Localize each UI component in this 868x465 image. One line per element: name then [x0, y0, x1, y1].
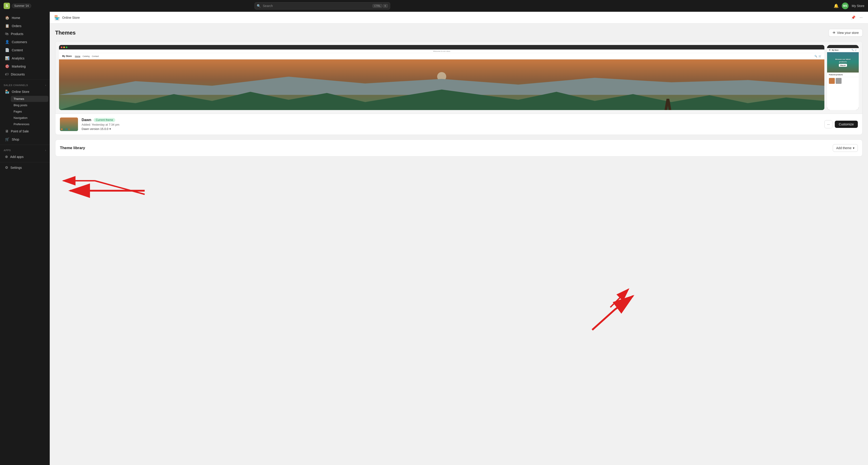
brand-logo[interactable]: S Summer '24 — [4, 3, 31, 9]
store-nav-contact: Contact — [92, 55, 99, 57]
online-store-icon: 🏪 — [5, 90, 9, 94]
theme-thumbnail — [60, 118, 78, 131]
sidebar-label-point-of-sale: Point of Sale — [11, 130, 29, 133]
mockup-titlebar — [59, 45, 825, 49]
sidebar-divider-2 — [0, 144, 50, 145]
theme-version-text: Dawn version 15.0.0 — [82, 127, 108, 131]
apps-label: Apps › — [0, 146, 50, 153]
mobile-brand: My Store — [832, 49, 850, 51]
page-header-store-icon: 🏪 — [54, 15, 60, 20]
sidebar-item-products[interactable]: 🛍 Products — [1, 30, 49, 38]
notifications-icon[interactable]: 🔔 — [834, 3, 839, 8]
sidebar-label-navigation: Navigation — [13, 116, 27, 120]
theme-version[interactable]: Dawn version 15.0.0 ▾ — [82, 127, 825, 131]
current-theme-card: Welcome to our store My Store Home Catal… — [55, 41, 863, 135]
theme-more-actions-button[interactable]: ··· — [825, 120, 833, 128]
mobile-hamburger-icon: ☰ — [829, 49, 831, 51]
username: My Store — [852, 4, 864, 8]
mobile-nav: ☰ My Store 🔍 🛒 — [827, 48, 859, 52]
products-icon: 🛍 — [5, 32, 8, 36]
current-theme-badge: Current theme — [94, 118, 116, 122]
marketing-icon: 🎯 — [5, 64, 9, 68]
home-icon: 🏠 — [5, 15, 9, 20]
sidebar-item-shop[interactable]: 🛒 Shop — [1, 135, 49, 143]
sidebar-label-orders: Orders — [12, 24, 22, 28]
sidebar-label-marketing: Marketing — [12, 65, 26, 68]
sidebar-item-analytics[interactable]: 📊 Analytics — [1, 54, 49, 62]
store-nav-links: Home Catalog Contact — [75, 55, 811, 57]
mobile-search-icon: 🔍 — [851, 49, 854, 51]
theme-meta: Dawn Current theme Added: Yesterday at 7… — [82, 118, 825, 131]
page-content-area: Themes 👁 View your store — [50, 24, 868, 162]
add-apps-icon: ⊕ — [5, 155, 8, 159]
add-theme-button[interactable]: Add theme ▾ — [833, 144, 858, 152]
sidebar-divider-1 — [0, 79, 50, 80]
theme-info-row: Dawn Current theme Added: Yesterday at 7… — [55, 114, 862, 135]
mobile-cart-icon: 🛒 — [855, 49, 857, 51]
sidebar: 🏠 Home 📋 Orders 🛍 Products 👤 Customers 📄… — [0, 12, 50, 465]
sidebar-item-online-store[interactable]: 🏪 Online Store — [1, 88, 49, 96]
sidebar-label-settings: Settings — [10, 166, 22, 169]
hero-background — [59, 59, 825, 110]
page-header-title: Online Store — [62, 16, 80, 20]
store-nav: My Store Home Catalog Contact 🔍 🛒 — [59, 53, 825, 59]
shop-icon: 🛒 — [5, 137, 9, 141]
sidebar-item-marketing[interactable]: 🎯 Marketing — [1, 62, 49, 70]
thumb-bg — [60, 118, 78, 131]
store-nav-catalog: Catalog — [83, 55, 90, 57]
store-cart-icon: 🛒 — [818, 55, 821, 57]
sidebar-item-navigation[interactable]: Navigation — [11, 115, 49, 121]
avatar[interactable]: MS — [842, 2, 848, 9]
page-title: Themes — [55, 30, 76, 36]
sidebar-label-home: Home — [12, 16, 20, 20]
search-container: 🔍 CTRL K — [254, 2, 390, 9]
orders-icon: 📋 — [5, 24, 9, 28]
app-layout: 🏠 Home 📋 Orders 🛍 Products 👤 Customers 📄… — [0, 12, 868, 465]
pin-button[interactable]: 📌 — [850, 14, 857, 21]
main-content: 🏪 Online Store 📌 ··· Themes 👁 View your … — [50, 12, 868, 465]
thumb-dot-1 — [61, 128, 63, 130]
page-more-button[interactable]: ··· — [859, 15, 864, 21]
sidebar-label-products: Products — [11, 32, 23, 36]
sidebar-item-home[interactable]: 🏠 Home — [1, 14, 49, 22]
mobile-product-1 — [829, 78, 835, 84]
content-icon: 📄 — [5, 48, 9, 52]
view-store-button[interactable]: 👁 View your store — [829, 29, 863, 37]
online-store-sub: Themes Blog posts Pages Navigation Prefe… — [0, 96, 50, 127]
sidebar-item-content[interactable]: 📄 Content — [1, 46, 49, 54]
store-hero — [59, 59, 825, 110]
sidebar-item-settings[interactable]: ⚙ Settings — [1, 164, 49, 171]
sidebar-item-add-apps[interactable]: ⊕ Add apps — [1, 153, 49, 161]
sidebar-item-discounts[interactable]: 🏷 Discounts — [1, 70, 49, 78]
mobile-shop-all-btn: Shop all — [839, 64, 847, 67]
theme-actions: ··· Customize — [825, 120, 858, 128]
sidebar-item-orders[interactable]: 📋 Orders — [1, 22, 49, 30]
customize-button[interactable]: Customize — [835, 121, 858, 128]
thumb-dot-3 — [66, 128, 68, 130]
sidebar-item-point-of-sale[interactable]: 🖥 Point of Sale — [1, 127, 49, 135]
theme-added: Added: Yesterday at 7:34 pm — [82, 123, 825, 126]
view-store-label: View your store — [837, 31, 859, 35]
sidebar-label-add-apps: Add apps — [10, 155, 24, 159]
sidebar-item-blog-posts[interactable]: Blog posts — [11, 102, 49, 108]
sidebar-item-preferences[interactable]: Preferences — [11, 121, 49, 127]
shopify-logo-icon: S — [4, 3, 10, 9]
sidebar-item-customers[interactable]: 👤 Customers — [1, 38, 49, 46]
sidebar-label-pages: Pages — [13, 110, 22, 113]
mobile-featured-products: Featured products — [827, 72, 859, 77]
point-of-sale-icon: 🖥 — [5, 129, 8, 133]
sidebar-label-analytics: Analytics — [12, 57, 24, 60]
search-shortcut: CTRL K — [373, 4, 388, 8]
store-search-icon: 🔍 — [814, 55, 817, 57]
store-nav-icons: 🔍 🛒 — [814, 55, 821, 57]
store-brand: My Store — [62, 55, 72, 57]
sidebar-item-pages[interactable]: Pages — [11, 108, 49, 114]
apps-chevron-icon: › — [45, 149, 46, 152]
theme-name: Dawn — [82, 118, 91, 122]
topnav: S Summer '24 🔍 CTRL K 🔔 MS My Store — [0, 0, 868, 12]
mobile-hero: Browse our latestproducts Shop all — [827, 52, 859, 72]
search-input[interactable] — [254, 2, 390, 9]
thumb-dot-2 — [63, 128, 65, 130]
sidebar-item-themes[interactable]: Themes — [11, 96, 49, 102]
dot-green — [66, 46, 67, 48]
